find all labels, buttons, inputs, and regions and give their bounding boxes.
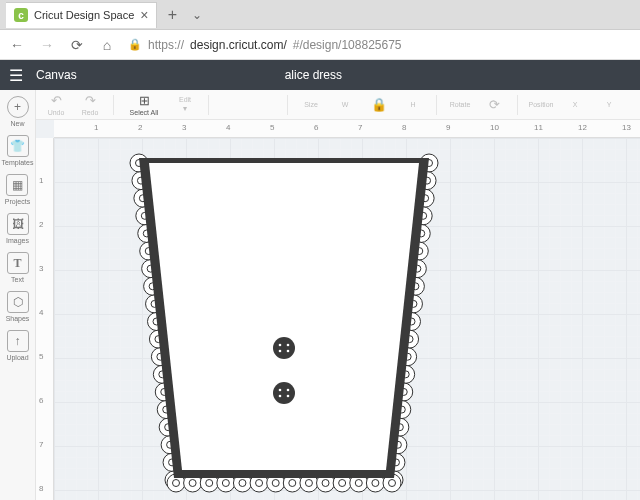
svg-point-97	[339, 480, 346, 487]
size-group: Size	[297, 101, 325, 108]
svg-point-85	[239, 480, 246, 487]
new-tab-button[interactable]: +	[157, 6, 187, 24]
pos-y[interactable]: Y	[595, 101, 623, 108]
svg-point-108	[287, 350, 290, 353]
undo-button[interactable]: ↶Undo	[42, 93, 70, 116]
redo-button[interactable]: ↷Redo	[76, 93, 104, 116]
shapes-icon: ⬡	[7, 291, 29, 313]
svg-point-104	[273, 337, 295, 359]
svg-point-107	[279, 350, 282, 353]
favicon: c	[14, 8, 28, 22]
ruler-vertical: 12345678910	[36, 138, 54, 500]
sidebar-item-images[interactable]: 🖼Images	[6, 213, 29, 244]
sidebar: +New 👕Templates ▦Projects 🖼Images TText …	[0, 90, 36, 500]
rotate-input[interactable]: ⟳	[480, 97, 508, 112]
sidebar-item-projects[interactable]: ▦Projects	[5, 174, 30, 205]
menu-icon[interactable]: ☰	[0, 66, 32, 85]
svg-point-81	[206, 480, 213, 487]
ruler-horizontal: 12345678910111213	[54, 120, 640, 138]
sidebar-item-text[interactable]: TText	[7, 252, 29, 283]
size-h[interactable]: H	[399, 101, 427, 108]
svg-point-112	[279, 395, 282, 398]
images-icon: 🖼	[7, 213, 29, 235]
svg-point-95	[322, 480, 329, 487]
size-w[interactable]: W	[331, 101, 359, 108]
back-icon[interactable]: ←	[8, 37, 26, 53]
close-icon[interactable]: ×	[140, 7, 148, 23]
refresh-icon[interactable]: ⟳	[68, 37, 86, 53]
svg-point-111	[287, 389, 290, 392]
url-field[interactable]: 🔒 https://design.cricut.com/#/design/108…	[128, 38, 632, 52]
edit-button[interactable]: Edit▾	[171, 96, 199, 113]
svg-point-109	[273, 382, 295, 404]
sidebar-item-upload[interactable]: ↑Upload	[6, 330, 28, 361]
sidebar-item-new[interactable]: +New	[7, 96, 29, 127]
chevron-down-icon[interactable]: ⌄	[187, 8, 207, 22]
rotate-group: Rotate	[446, 101, 474, 108]
canvas-area: 12345678910111213 12345678910	[36, 120, 640, 500]
main: +New 👕Templates ▦Projects 🖼Images TText …	[0, 90, 640, 500]
svg-point-113	[287, 395, 290, 398]
canvas[interactable]	[54, 138, 640, 500]
plus-icon: +	[7, 96, 29, 118]
button-top	[273, 337, 295, 359]
svg-point-91	[289, 480, 296, 487]
browser-tab[interactable]: c Cricut Design Space ×	[6, 2, 157, 28]
position-group: Position	[527, 101, 555, 108]
sidebar-item-templates[interactable]: 👕Templates	[2, 135, 34, 166]
workspace: ↶Undo ↷Redo ⊞Select All Edit▾ Size W 🔒 H…	[36, 90, 640, 500]
project-title: alice dress	[77, 68, 550, 82]
svg-point-103	[389, 480, 396, 487]
toolbar: ↶Undo ↷Redo ⊞Select All Edit▾ Size W 🔒 H…	[36, 90, 640, 120]
text-icon: T	[7, 252, 29, 274]
svg-point-110	[279, 389, 282, 392]
svg-point-79	[189, 480, 196, 487]
apron-front	[149, 163, 419, 470]
upload-icon: ↑	[7, 330, 29, 352]
home-icon[interactable]: ⌂	[98, 37, 116, 53]
svg-point-77	[173, 480, 180, 487]
pos-x[interactable]: X	[561, 101, 589, 108]
canvas-label: Canvas	[36, 68, 77, 82]
svg-point-89	[272, 480, 279, 487]
dress-shape[interactable]	[84, 148, 484, 500]
svg-point-101	[372, 480, 379, 487]
svg-point-105	[279, 344, 282, 347]
svg-point-87	[256, 480, 263, 487]
sidebar-item-shapes[interactable]: ⬡Shapes	[6, 291, 30, 322]
lock-icon: 🔒	[128, 38, 142, 51]
svg-point-83	[222, 480, 229, 487]
svg-point-93	[305, 480, 312, 487]
projects-icon: ▦	[6, 174, 28, 196]
template-icon: 👕	[7, 135, 29, 157]
lock-aspect-icon[interactable]: 🔒	[365, 97, 393, 112]
svg-point-99	[355, 480, 362, 487]
svg-point-106	[287, 344, 290, 347]
button-bottom	[273, 382, 295, 404]
forward-icon[interactable]: →	[38, 37, 56, 53]
address-bar: ← → ⟳ ⌂ 🔒 https://design.cricut.com/#/de…	[0, 30, 640, 60]
select-all-button[interactable]: ⊞Select All	[123, 93, 165, 116]
tab-title: Cricut Design Space	[34, 9, 134, 21]
browser-tabbar: c Cricut Design Space × + ⌄	[0, 0, 640, 30]
app-titlebar: ☰ Canvas alice dress	[0, 60, 640, 90]
